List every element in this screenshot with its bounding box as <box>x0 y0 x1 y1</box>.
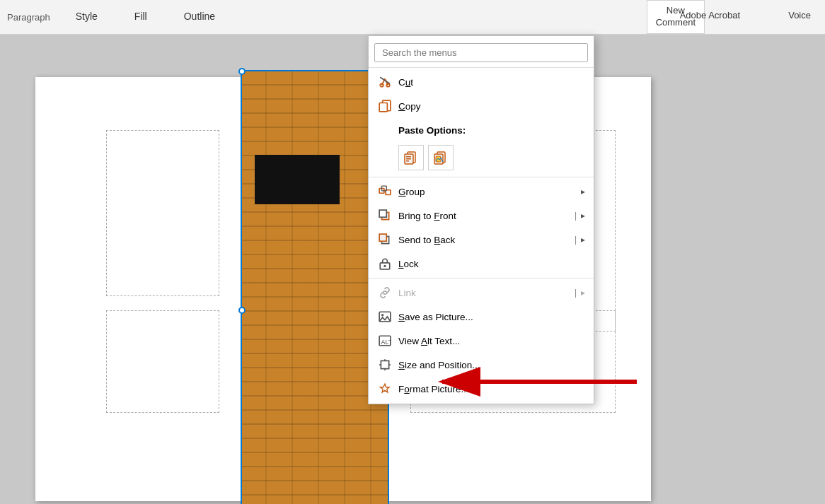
save-as-picture-icon <box>377 309 393 324</box>
view-alt-text-label: View Alt Text... <box>398 336 585 346</box>
image-selection-box <box>241 70 389 504</box>
cut-label: Cut <box>398 77 585 88</box>
size-and-position-icon <box>377 357 393 373</box>
group-icon <box>377 184 393 199</box>
paste-keep-source-icon <box>403 150 419 165</box>
send-to-back-menu-item[interactable]: Send to Back | ▸ <box>369 228 594 252</box>
svg-rect-18 <box>379 234 386 241</box>
adobe-acrobat-label: Adobe Acrobat <box>680 10 740 20</box>
separator-1 <box>369 67 594 68</box>
svg-rect-5 <box>379 103 387 112</box>
context-menu: Cut Copy Paste Options: <box>368 35 594 404</box>
separator-2 <box>369 177 594 177</box>
view-alt-text-menu-item[interactable]: ALT View Alt Text... <box>369 329 594 353</box>
save-as-picture-label: Save as Picture... <box>398 312 585 322</box>
handle-middle-left[interactable] <box>238 307 246 314</box>
svg-rect-7 <box>406 156 411 158</box>
send-to-back-label: Send to Back <box>398 235 575 245</box>
view-alt-text-icon: ALT <box>377 333 393 348</box>
link-separator: | <box>575 288 577 298</box>
link-arrow: ▸ <box>581 288 585 298</box>
toolbar: Paragraph Style Fill Outline New Comment… <box>0 0 825 35</box>
group-arrow: ▸ <box>581 187 585 197</box>
svg-rect-9 <box>406 160 409 162</box>
paste-picture-button[interactable] <box>428 145 454 170</box>
save-as-picture-menu-item[interactable]: Save as Picture... <box>369 305 594 329</box>
send-to-back-icon <box>377 232 393 247</box>
paste-keep-source-button[interactable] <box>398 145 424 170</box>
svg-point-20 <box>383 265 386 267</box>
group-label: Group <box>398 187 581 197</box>
lock-label: Lock <box>398 259 585 269</box>
lock-menu-item[interactable]: Lock <box>369 252 594 276</box>
paste-options-item: Paste Options: <box>369 118 594 142</box>
bring-to-front-label: Bring to Front <box>398 211 575 221</box>
link-icon <box>377 285 393 300</box>
size-and-position-menu-item[interactable]: Size and Position... <box>369 353 594 377</box>
bring-to-front-icon <box>377 208 393 223</box>
link-menu-item: Link | ▸ <box>369 281 594 305</box>
bring-arrow: ▸ <box>581 211 585 221</box>
bring-to-front-menu-item[interactable]: Bring to Front | ▸ <box>369 204 594 228</box>
format-picture-icon <box>377 381 393 397</box>
format-picture-menu-item[interactable]: Format Picture... <box>369 377 594 401</box>
size-and-position-label: Size and Position... <box>398 360 585 370</box>
svg-rect-8 <box>406 158 411 160</box>
svg-line-4 <box>380 77 390 83</box>
cut-icon <box>377 74 393 90</box>
copy-label: Copy <box>398 101 585 112</box>
copy-icon <box>377 98 393 114</box>
svg-text:ALT: ALT <box>381 339 391 346</box>
text-box-1 <box>106 130 219 296</box>
tab-style[interactable]: Style <box>64 2 109 32</box>
copy-menu-item[interactable]: Copy <box>369 94 594 118</box>
svg-rect-25 <box>381 361 388 368</box>
paste-options-label: Paste Options: <box>398 125 585 136</box>
lock-icon <box>377 256 393 271</box>
link-label: Link <box>398 288 575 298</box>
handle-top-left[interactable] <box>238 68 246 75</box>
paste-icon <box>377 122 393 138</box>
tab-outline[interactable]: Outline <box>173 2 226 32</box>
text-box-2 <box>106 310 219 413</box>
bring-separator: | <box>575 211 577 221</box>
separator-3 <box>369 278 594 279</box>
paste-icons-row <box>369 142 594 175</box>
toolbar-paragraph: Paragraph <box>7 12 50 23</box>
group-menu-item[interactable]: Group ▸ <box>369 180 594 204</box>
format-picture-label: Format Picture... <box>398 384 585 394</box>
send-arrow: ▸ <box>581 235 585 245</box>
send-separator: | <box>575 235 577 245</box>
search-input[interactable] <box>374 43 588 62</box>
paste-picture-icon <box>433 150 449 165</box>
svg-rect-16 <box>379 210 386 217</box>
svg-point-22 <box>381 314 383 316</box>
cut-menu-item[interactable]: Cut <box>369 70 594 94</box>
voice-label: Voice <box>788 10 811 20</box>
tab-fill[interactable]: Fill <box>123 2 158 32</box>
